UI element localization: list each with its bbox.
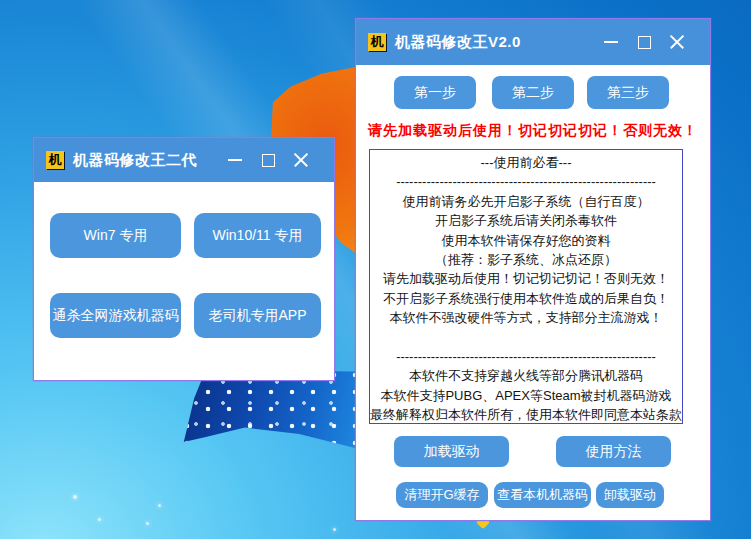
notice-line: 本软件不支持穿越火线等部分腾讯机器码 [370,366,682,385]
maximize-icon [638,36,651,49]
wallpaper-sparkle [146,522,149,525]
minimize-icon [228,159,242,161]
maximize-icon [262,154,275,167]
notice-line: ---使用前必看--- [370,153,682,172]
wallpaper-sparkle [158,504,161,507]
window-title: 机器码修改王二代 [73,151,197,170]
usage-method-button[interactable]: 使用方法 [556,436,671,467]
notice-line: 开启影子系统后请关闭杀毒软件 [370,211,682,230]
all-games-machine-code-button[interactable]: 通杀全网游戏机器码 [50,293,181,338]
minimize-button[interactable] [226,151,244,169]
notice-line: ----------------------------------------… [370,172,682,191]
maximize-button[interactable] [259,151,277,169]
notice-line: 最终解释权归本软件所有，使用本软件即同意本站条款 [370,405,682,424]
view-machine-code-button[interactable]: 查看本机机器码 [494,482,591,508]
window-title: 机器码修改王V2.0 [395,33,521,52]
load-driver-button[interactable]: 加载驱动 [394,436,509,467]
notice-line: ----------------------------------------… [370,347,682,366]
step3-button[interactable]: 第三步 [587,76,669,109]
notice-line [370,328,682,347]
close-icon [293,152,309,168]
minimize-button[interactable] [602,33,620,51]
wallpaper-sparkle [98,518,101,521]
step1-button[interactable]: 第一步 [394,76,476,109]
notice-line: （推荐：影子系统、冰点还原） [370,250,682,269]
step2-button[interactable]: 第二步 [492,76,574,109]
minimize-icon [604,41,618,43]
app-icon: 机 [46,151,64,169]
app-icon: 机 [368,33,386,51]
close-button[interactable] [668,33,686,51]
usage-notice-box: ---使用前必看--- ----------------------------… [369,149,683,424]
titlebar[interactable]: 机 机器码修改王二代 [34,138,334,182]
driver-warning-text: 请先加载驱动后使用！切记切记切记！否则无效！ [356,122,710,140]
notice-line: 本软件支持PUBG、APEX等Steam被封机器码游戏 [370,386,682,405]
window-machine-code-v2: 机 机器码修改王V2.0 第一步 第二步 第三步 请先加载驱动后使用！切记切记切… [355,18,711,521]
titlebar[interactable]: 机 机器码修改王V2.0 [356,19,710,65]
notice-line: 使用本软件请保存好您的资料 [370,231,682,250]
maximize-button[interactable] [635,33,653,51]
unload-driver-button[interactable]: 卸载驱动 [596,482,664,508]
notice-line: 不开启影子系统强行使用本软件造成的后果自负！ [370,289,682,308]
wallpaper-sparkle [333,528,336,531]
close-button[interactable] [292,151,310,169]
clear-cache-button[interactable]: 清理开G缓存 [396,482,488,508]
win10-11-button[interactable]: Win10/11 专用 [194,213,321,258]
veteran-app-button[interactable]: 老司机专用APP [194,293,321,338]
close-icon [669,34,685,50]
notice-line: 请先加载驱动后使用！切记切记切记！否则无效！ [370,269,682,288]
notice-line: 使用前请务必先开启影子系统（自行百度） [370,192,682,211]
window-machine-code-gen2: 机 机器码修改王二代 Win7 专用 Win10/11 专用 通杀全网游戏机器码… [33,137,335,381]
notice-line: 本软件不强改硬件等方式，支持部分主流游戏！ [370,308,682,327]
wallpaper-sparkle [73,495,77,499]
win7-button[interactable]: Win7 专用 [50,213,181,258]
